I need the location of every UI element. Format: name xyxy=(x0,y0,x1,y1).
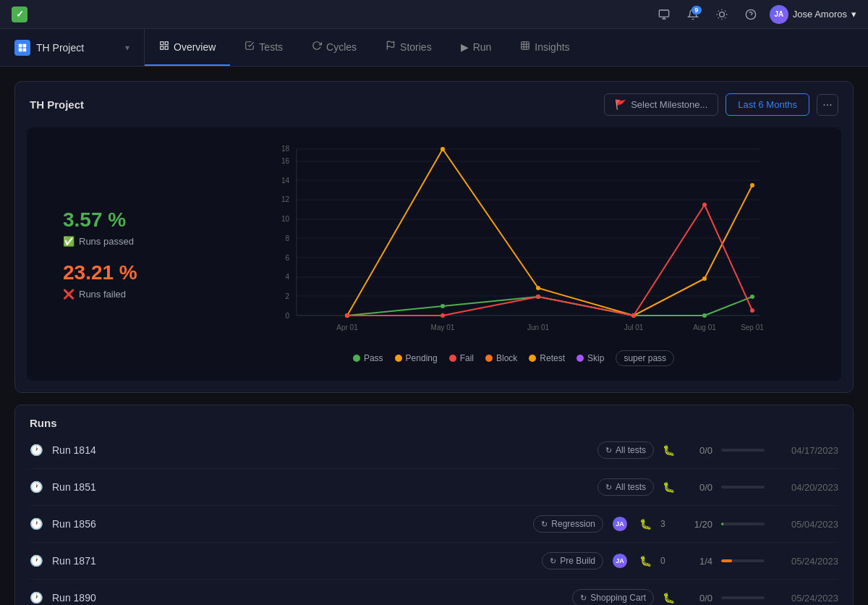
flag-icon: 🚩 xyxy=(615,99,626,110)
svg-text:12: 12 xyxy=(281,195,290,203)
retest-dot xyxy=(529,355,536,362)
svg-line-5 xyxy=(725,17,726,18)
tab-overview[interactable]: Overview xyxy=(145,29,230,66)
svg-rect-17 xyxy=(161,46,163,49)
tab-stories-label: Stories xyxy=(400,41,432,53)
svg-text:8: 8 xyxy=(285,234,289,242)
pending-legend-label: Pending xyxy=(406,353,438,363)
tab-cycles[interactable]: Cycles xyxy=(297,29,371,66)
pass-label: ✅ Runs passed xyxy=(63,236,134,247)
tag-label: All tests xyxy=(616,445,646,455)
tab-insights[interactable]: Insights xyxy=(506,29,584,66)
tag-icon: ↻ xyxy=(541,520,548,529)
super-pass-label: super pass xyxy=(624,353,666,363)
table-row[interactable]: 🕐 Run 1856 ↻ Regression JA 🐛 3 1/20 05/0… xyxy=(30,506,838,543)
table-row[interactable]: 🕐 Run 1871 ↻ Pre Build JA 🐛 0 1/4 05/24/… xyxy=(30,543,838,580)
project-chevron-icon: ▾ xyxy=(125,43,129,53)
user-name: Jose Amoros xyxy=(793,9,847,20)
svg-point-1 xyxy=(720,12,725,17)
pass-icon: ✅ xyxy=(63,236,75,247)
svg-rect-18 xyxy=(165,46,168,49)
run-progress xyxy=(721,559,765,562)
svg-line-9 xyxy=(725,10,726,11)
legend-super-pass[interactable]: super pass xyxy=(616,350,674,366)
bug-icon: 🐛 xyxy=(639,555,652,567)
tab-insights-label: Insights xyxy=(535,41,569,53)
tab-tests-label: Tests xyxy=(259,41,283,53)
tab-stories[interactable]: Stories xyxy=(371,29,446,66)
bug-icon: 🐛 xyxy=(663,481,675,493)
svg-rect-12 xyxy=(23,43,27,47)
table-row[interactable]: 🕐 Run 1890 ↻ Shopping Cart 🐛 0/0 05/24/2… xyxy=(30,580,838,605)
bug-icon: 🐛 xyxy=(663,444,675,456)
svg-point-69 xyxy=(702,203,707,207)
user-menu[interactable]: JA Jose Amoros ▾ xyxy=(770,5,856,24)
skip-legend-label: Skip xyxy=(587,353,604,363)
tests-icon xyxy=(244,41,255,53)
chart-stats: 3.57 % ✅ Runs passed 23.21 % ❌ Runs fail… xyxy=(41,142,200,366)
legend-skip[interactable]: Skip xyxy=(576,353,604,363)
svg-point-60 xyxy=(441,147,445,151)
block-legend-label: Block xyxy=(496,353,517,363)
svg-rect-15 xyxy=(161,42,163,45)
top-bar: ✓ 9 JA Jose Amoros ▾ xyxy=(0,0,868,29)
legend-retest[interactable]: Retest xyxy=(529,353,565,363)
help-icon[interactable] xyxy=(741,4,761,25)
project-selector[interactable]: TH Project ▾ xyxy=(0,29,145,66)
inbox-icon[interactable] xyxy=(654,4,674,25)
period-button[interactable]: Last 6 Months xyxy=(726,93,809,116)
legend-pass[interactable]: Pass xyxy=(353,353,383,363)
table-row[interactable]: 🕐 Run 1851 ↻ All tests 🐛 0/0 04/20/2023 xyxy=(30,469,838,506)
run-progress xyxy=(721,522,765,525)
avatar: JA xyxy=(612,553,628,569)
block-dot xyxy=(485,355,493,362)
more-button[interactable]: ··· xyxy=(817,94,838,116)
svg-point-61 xyxy=(536,286,540,290)
clock-icon: 🕐 xyxy=(30,554,43,567)
insights-icon xyxy=(520,41,530,53)
run-tag[interactable]: ↻ Shopping Cart xyxy=(572,589,654,605)
table-row[interactable]: 🕐 Run 1814 ↻ All tests 🐛 0/0 04/17/2023 xyxy=(30,432,838,469)
legend-fail[interactable]: Fail xyxy=(449,353,474,363)
legend-pending[interactable]: Pending xyxy=(395,353,438,363)
svg-rect-13 xyxy=(19,48,22,51)
progress-bar xyxy=(721,559,732,562)
tag-label: Regression xyxy=(551,519,595,529)
tag-icon: ↻ xyxy=(550,557,556,566)
line-chart: .axis-text { font-size: 10px; fill: #666… xyxy=(200,142,827,344)
run-date: 04/17/2023 xyxy=(773,445,838,456)
run-tag[interactable]: ↻ Pre Build xyxy=(542,552,603,570)
run-progress xyxy=(721,486,765,488)
tab-run[interactable]: ▶ Run xyxy=(446,29,506,66)
runs-title: Runs xyxy=(30,417,838,429)
theme-toggle[interactable] xyxy=(712,4,732,25)
runs-panel: Runs 🕐 Run 1814 ↻ All tests 🐛 0/0 04/17/… xyxy=(14,405,854,605)
insights-panel: TH Project 🚩 Select Milestone... Last 6 … xyxy=(14,81,854,393)
project-icon xyxy=(14,40,30,56)
clock-icon: 🕐 xyxy=(30,517,43,530)
main-content: TH Project 🚩 Select Milestone... Last 6 … xyxy=(0,67,868,605)
svg-rect-11 xyxy=(19,43,22,47)
top-bar-left: ✓ xyxy=(12,7,27,22)
top-bar-right: 9 JA Jose Amoros ▾ xyxy=(654,4,856,25)
tab-tests[interactable]: Tests xyxy=(230,29,297,66)
run-tag[interactable]: ↻ All tests xyxy=(597,478,654,496)
retest-legend-label: Retest xyxy=(540,353,565,363)
tag-label: Pre Build xyxy=(560,556,595,566)
nav-tabs: Overview Tests Cycles Stories ▶ Run xyxy=(145,29,584,66)
tag-icon: ↻ xyxy=(605,446,612,455)
fail-legend-label: Fail xyxy=(460,353,474,363)
milestone-button[interactable]: 🚩 Select Milestone... xyxy=(604,93,718,116)
legend-block[interactable]: Block xyxy=(485,353,517,363)
svg-text:Jun 01: Jun 01 xyxy=(527,323,549,331)
svg-text:18: 18 xyxy=(281,145,290,153)
svg-point-68 xyxy=(631,313,636,318)
fail-stat: 23.21 % ❌ Runs failed xyxy=(63,261,137,300)
run-tag[interactable]: ↻ All tests xyxy=(597,441,654,459)
stories-icon xyxy=(386,41,396,53)
overview-icon xyxy=(159,41,169,53)
run-score: 0/0 xyxy=(684,593,712,604)
run-date: 04/20/2023 xyxy=(773,482,838,493)
notification-icon[interactable]: 9 xyxy=(683,4,703,25)
run-tag[interactable]: ↻ Regression xyxy=(533,515,603,533)
